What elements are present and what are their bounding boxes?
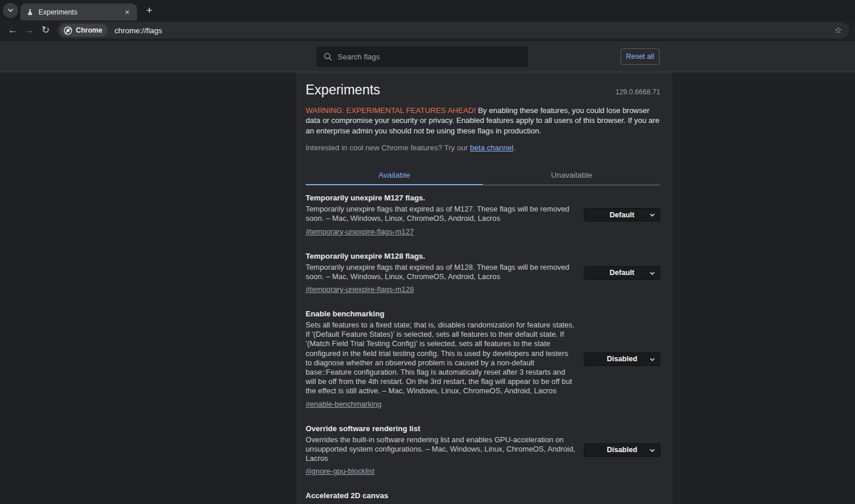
content-panel: Experiments 129.0.6668.71 WARNING: EXPER… (296, 72, 672, 504)
chevron-down-icon (650, 272, 655, 275)
chip-label: Chrome (76, 26, 102, 34)
bookmark-star-icon[interactable]: ☆ (833, 25, 843, 36)
flag-entry: Enable benchmarking Sets all features to… (306, 309, 660, 409)
tab-title: Experiments (38, 8, 122, 16)
page-title: Experiments (306, 82, 615, 98)
flag-permalink[interactable]: #ignore-gpu-blocklist (306, 467, 374, 475)
warning-text: WARNING: EXPERIMENTAL FEATURES AHEAD! By… (306, 105, 660, 136)
tab-unavailable[interactable]: Unavailable (483, 166, 660, 185)
tab-search-button[interactable] (3, 3, 18, 18)
forward-button[interactable]: → (21, 22, 37, 38)
flag-entry: Accelerated 2D canvas Enables the use of… (306, 491, 660, 504)
flag-value-select[interactable]: Disabled (584, 443, 660, 457)
reload-button[interactable]: ↻ (37, 22, 54, 38)
chevron-down-icon (650, 449, 655, 452)
search-flags-box[interactable] (317, 47, 528, 67)
url-text: chrome://flags (114, 26, 833, 35)
flag-title: Temporarily unexpire M128 flags. (306, 252, 576, 260)
promo-prefix: Interested in cool new Chrome features? … (306, 143, 470, 152)
title-row: Experiments 129.0.6668.71 (306, 82, 660, 98)
reset-all-button[interactable]: Reset all (621, 48, 660, 65)
tab-available[interactable]: Available (306, 166, 483, 185)
flag-title: Temporarily unexpire M127 flags. (306, 193, 576, 202)
chevron-down-icon (650, 213, 655, 217)
warning-highlight: WARNING: EXPERIMENTAL FEATURES AHEAD! (306, 106, 476, 115)
chrome-chip[interactable]: Chrome (59, 24, 108, 37)
promo-text: Interested in cool new Chrome features? … (306, 143, 660, 152)
version-number: 129.0.6668.71 (615, 88, 660, 96)
flag-entry: Temporarily unexpire M128 flags. Tempora… (306, 252, 660, 294)
back-button[interactable]: ← (5, 22, 21, 38)
omnibox[interactable]: Chrome chrome://flags ☆ (57, 22, 849, 38)
browser-toolbar: ← → ↻ Chrome chrome://flags ☆ (0, 20, 855, 41)
flag-permalink[interactable]: #enable-benchmarking (306, 400, 381, 408)
flag-entry: Temporarily unexpire M127 flags. Tempora… (306, 193, 660, 236)
flag-description: Temporarily unexpire flags that expired … (306, 205, 576, 223)
flag-value-select[interactable]: Default (584, 266, 660, 280)
flag-description: Sets all features to a fixed state; that… (306, 320, 576, 396)
flask-icon (26, 8, 34, 16)
chevron-down-icon (650, 358, 655, 361)
flag-entry: Override software rendering list Overrid… (306, 424, 660, 477)
flags-header-bar: Reset all (0, 41, 855, 72)
beta-channel-link[interactable]: beta channel (470, 143, 513, 152)
flags-tabs: Available Unavailable (306, 166, 660, 185)
flag-list: Temporarily unexpire M127 flags. Tempora… (306, 193, 660, 504)
search-flags-input[interactable] (338, 52, 521, 61)
flag-description: Overrides the built-in software renderin… (306, 435, 576, 464)
search-icon (324, 52, 332, 61)
flag-value-select[interactable]: Disabled (584, 353, 660, 366)
flag-permalink[interactable]: #temporary-unexpire-flags-m127 (306, 227, 414, 236)
promo-suffix: . (513, 143, 516, 152)
flag-title: Accelerated 2D canvas (306, 491, 576, 500)
flag-title: Enable benchmarking (306, 309, 576, 318)
flag-title: Override software rendering list (306, 424, 576, 433)
flag-permalink[interactable]: #temporary-unexpire-flags-m128 (306, 285, 414, 294)
flag-value-select[interactable]: Default (584, 208, 660, 221)
tab-strip: Experiments × + (0, 0, 855, 20)
flag-description: Temporarily unexpire flags that expired … (306, 263, 576, 281)
chevron-down-icon (8, 8, 13, 12)
browser-tab-experiments[interactable]: Experiments × (20, 3, 137, 20)
new-tab-button[interactable]: + (142, 3, 157, 18)
tab-close-button[interactable]: × (122, 7, 132, 17)
chrome-logo-icon (64, 26, 72, 35)
